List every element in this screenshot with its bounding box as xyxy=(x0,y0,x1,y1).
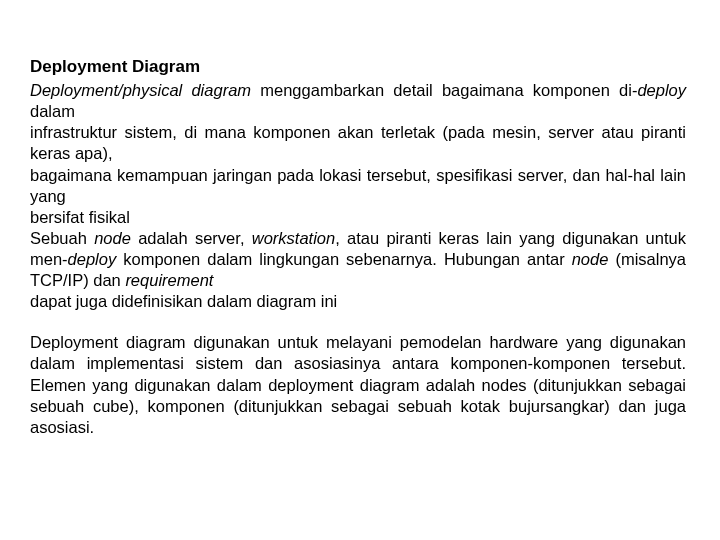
term-workstation: workstation xyxy=(252,229,335,247)
text: adalah server, xyxy=(131,229,252,247)
term-node: node xyxy=(94,229,131,247)
section-title: Deployment Diagram xyxy=(30,56,686,78)
term-deploy-2: deploy xyxy=(68,250,117,268)
text: dalam xyxy=(30,102,75,120)
term-requirement: requirement xyxy=(125,271,213,289)
document-page: Deployment Diagram Deployment/physical d… xyxy=(0,0,720,438)
text: bagaimana kemampuan jaringan pada lokasi… xyxy=(30,165,686,207)
term-deployment-physical-diagram: Deployment/physical diagram xyxy=(30,81,251,99)
text: Sebuah xyxy=(30,229,94,247)
term-deploy: deploy xyxy=(637,81,686,99)
term-node-2: node xyxy=(572,250,609,268)
text: infrastruktur sistem, di mana komponen a… xyxy=(30,122,686,164)
text: menggambarkan detail bagaimana komponen … xyxy=(251,81,637,99)
text: bersifat fisikal xyxy=(30,207,686,228)
paragraph-2: Deployment diagram digunakan untuk melay… xyxy=(30,332,686,438)
text: dapat juga didefinisikan dalam diagram i… xyxy=(30,291,686,312)
paragraph-1: Deployment/physical diagram menggambarka… xyxy=(30,80,686,312)
text: komponen dalam lingkungan sebenarnya. Hu… xyxy=(123,250,571,268)
